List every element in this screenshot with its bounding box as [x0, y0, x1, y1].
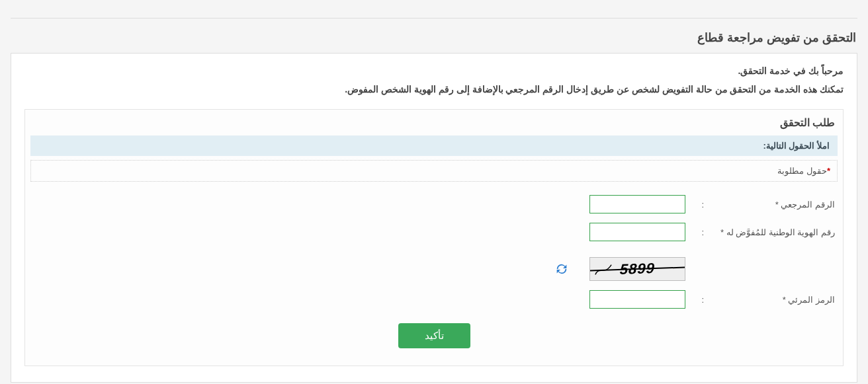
label-national-id: رقم الهوية الوطنية للمُفوَّض له * [709, 227, 835, 237]
label-captcha: الرمز المرئي * [709, 295, 835, 305]
required-text: حقول مطلوبة [777, 166, 827, 176]
refresh-icon[interactable] [554, 262, 569, 276]
colon: : [691, 295, 704, 305]
row-reference-number: الرقم المرجعي * : [33, 195, 835, 213]
label-reference-number: الرقم المرجعي * [709, 200, 835, 210]
colon: : [691, 227, 704, 237]
page-title: التحقق من تفويض مراجعة قطاع [11, 30, 857, 45]
panel-heading: طلب التحقق [25, 110, 843, 135]
verify-panel: طلب التحقق املأ الحقول التالية: *حقول مط… [24, 109, 844, 366]
fill-fields-note: املأ الحقول التالية: [30, 135, 838, 156]
national-id-input[interactable] [589, 223, 685, 241]
intro-description: تمكنك هذه الخدمة من التحقق من حالة التفو… [24, 84, 844, 95]
colon: : [691, 200, 704, 210]
required-asterisk: * [827, 166, 830, 176]
confirm-button[interactable]: تأكيد [398, 323, 470, 348]
row-captcha-input: الرمز المرئي * : [33, 290, 835, 309]
required-fields-note: *حقول مطلوبة [30, 160, 838, 182]
reference-number-input[interactable] [589, 195, 685, 213]
captcha-input[interactable] [589, 290, 685, 309]
button-row: تأكيد [33, 323, 835, 348]
row-captcha-image: 5899 [33, 257, 835, 281]
outer-panel: مرحباً بك في خدمة التحقق. تمكنك هذه الخد… [11, 53, 857, 383]
top-strip [11, 7, 857, 19]
row-national-id: رقم الهوية الوطنية للمُفوَّض له * : [33, 223, 835, 241]
intro-welcome: مرحباً بك في خدمة التحقق. [24, 65, 844, 76]
form-area: الرقم المرجعي * : رقم الهوية الوطنية للم… [25, 195, 843, 348]
captcha-image: 5899 [589, 257, 685, 281]
